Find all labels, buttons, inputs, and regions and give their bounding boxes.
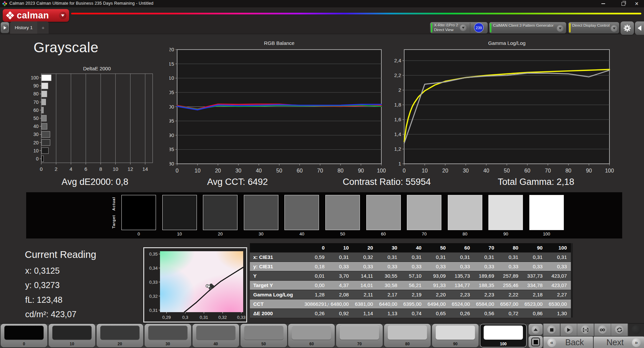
back-button[interactable]: « Back	[543, 337, 593, 348]
table-cell: 1,30	[547, 309, 571, 318]
table-column-header: 100	[547, 243, 571, 253]
strip-swatch-label: 100	[529, 231, 564, 236]
pattern-button-100[interactable]: 100	[480, 324, 527, 347]
pattern-swatch-40	[196, 326, 235, 340]
pattern-button-label: 80	[384, 342, 431, 346]
display-control-dropdown[interactable]: Direct Display Control	[568, 22, 619, 33]
pattern-button-80[interactable]: 80	[384, 324, 431, 347]
table-cell: 0,31	[329, 253, 353, 262]
restore-button[interactable]	[616, 0, 631, 7]
grayscale-data-table: 0102030405060708090100x: CIE310,590,310,…	[250, 243, 571, 318]
pattern-generator-accent	[490, 23, 491, 32]
current-reading-cdm2: cd/m²: 423,07	[25, 309, 76, 319]
svg-text:12: 12	[127, 166, 133, 171]
strip-swatch-label: 60	[366, 231, 401, 236]
transport-refresh-button[interactable]	[611, 324, 628, 336]
table-cell: 6530,00	[547, 299, 571, 309]
pattern-button-40[interactable]: 40	[193, 324, 239, 347]
table-cell: 57,10	[401, 271, 425, 281]
pattern-button-0[interactable]: 0	[1, 324, 47, 347]
back-button-label: Back	[565, 338, 584, 347]
svg-text:20: 20	[442, 168, 448, 173]
table-cell: 2,27	[547, 290, 571, 299]
minimize-button[interactable]	[596, 0, 610, 7]
close-icon: ✕	[635, 1, 639, 6]
svg-text:0,29: 0,29	[162, 315, 171, 320]
pattern-window-toggle-button[interactable]	[529, 336, 543, 348]
table-cell: 0,00	[305, 281, 329, 290]
table-row-label: x: CIE31	[250, 253, 305, 262]
history-nav-button[interactable]	[1, 22, 9, 33]
pattern-bar-expand-button[interactable]	[529, 324, 543, 335]
add-tab-button[interactable]: +	[37, 21, 49, 34]
transport-measure-button[interactable]	[577, 324, 594, 336]
pattern-button-30[interactable]: 30	[145, 324, 191, 347]
pattern-generator-label: CalMAN Client 3 Pattern Generator	[493, 23, 553, 28]
table-cell: 423,07	[547, 281, 571, 290]
transport-stop-button[interactable]	[543, 324, 560, 336]
gamma-chart-title: Gamma Log/Log	[404, 40, 609, 46]
strip-swatch-10	[162, 195, 197, 230]
table-cell: 0,33	[450, 262, 474, 271]
pattern-button-label: 60	[288, 342, 335, 346]
strip-swatch-label: 30	[244, 231, 278, 236]
table-cell: 14,01	[353, 281, 377, 290]
svg-text:50: 50	[504, 168, 510, 173]
svg-text:0: 0	[36, 156, 39, 161]
pattern-swatch-60	[292, 326, 331, 340]
svg-text:0: 0	[40, 166, 43, 171]
pattern-button-60[interactable]: 60	[288, 324, 335, 347]
svg-text:0,33: 0,33	[237, 315, 246, 320]
table-cell: 0,31	[474, 253, 498, 262]
pattern-button-50[interactable]: 50	[240, 324, 287, 347]
svg-text:90: 90	[358, 168, 364, 173]
table-cell: 93,09	[426, 271, 450, 281]
transport-play-button[interactable]	[560, 324, 577, 336]
table-column-header: 90	[522, 243, 546, 253]
calman-app-window: Calman 2023 Calman Ultimate for Business…	[0, 0, 644, 348]
calman-menu-chevron-icon	[59, 12, 66, 19]
pattern-button-10[interactable]: 10	[49, 324, 95, 347]
calman-menu-button[interactable]: calman	[3, 9, 69, 22]
table-column-header: 60	[450, 243, 474, 253]
tab-history-1[interactable]: History 1	[10, 21, 37, 34]
pattern-button-20[interactable]: 20	[97, 324, 143, 347]
table-cell: 2,17	[377, 290, 401, 299]
page-title: Grayscale	[34, 40, 99, 56]
pattern-button-label: 0	[1, 342, 47, 346]
next-button[interactable]: Next »	[594, 337, 644, 348]
svg-text:0: 0	[403, 168, 406, 173]
meter-dropdown[interactable]: X-Rite i1Pro 2 Direct View 239	[430, 22, 488, 33]
table-cell: 0,33	[426, 262, 450, 271]
pattern-button-90[interactable]: 90	[432, 324, 479, 347]
pattern-swatch-100	[484, 326, 523, 340]
collapse-panel-button[interactable]	[635, 21, 644, 35]
contrast-ratio-stat: Contrast Ratio: 55954	[310, 177, 464, 187]
table-cell: 0,31	[401, 253, 425, 262]
svg-text:20: 20	[215, 168, 221, 173]
table-cell: 135,73	[450, 271, 474, 281]
pattern-generator-dropdown[interactable]: CalMAN Client 3 Pattern Generator	[489, 22, 566, 33]
close-button[interactable]: ✕	[629, 0, 644, 7]
table-row-label: Target Y	[250, 281, 305, 290]
svg-text:60: 60	[297, 168, 303, 173]
table-header-row: 0102030405060708090100	[250, 243, 571, 253]
table-cell: 0,18	[305, 262, 329, 271]
table-cell: 56,21	[401, 281, 425, 290]
pattern-button-70[interactable]: 70	[336, 324, 383, 347]
corner-indicator-circle	[632, 325, 641, 334]
settings-button[interactable]	[621, 21, 634, 35]
svg-text:40: 40	[33, 124, 39, 129]
table-column-header: 70	[474, 243, 498, 253]
table-cell: 30866291,00	[305, 299, 329, 309]
meter-count-badge: 239	[474, 23, 484, 32]
table-row: ΔE 20000,260,921,141,130,740,650,260,560…	[250, 309, 571, 318]
svg-text:80: 80	[337, 168, 343, 173]
svg-text:4: 4	[69, 166, 72, 171]
table-cell: 0,74	[401, 309, 425, 318]
table-cell: 0,56	[474, 309, 498, 318]
transport-loop-button[interactable]	[594, 324, 611, 336]
svg-text:30: 30	[463, 168, 469, 173]
svg-text:30: 30	[33, 132, 39, 137]
loop-icon	[598, 325, 607, 334]
